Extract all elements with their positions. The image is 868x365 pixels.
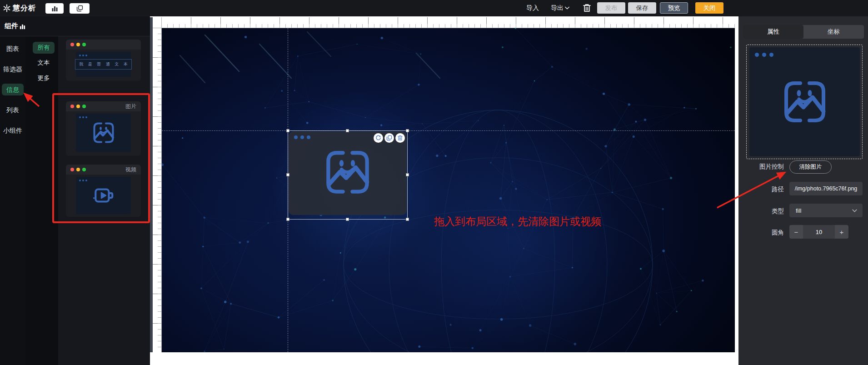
image-preview-card[interactable]	[749, 47, 860, 156]
refresh-icon	[375, 135, 381, 141]
component-list: 我 是 普 通 文 本 图片	[58, 36, 150, 365]
canvas-background	[162, 28, 735, 352]
widget-duplicate-button[interactable]	[384, 133, 394, 143]
card-label: 视频	[125, 166, 136, 174]
window-dots	[755, 53, 773, 57]
bar-chart-icon	[20, 24, 25, 30]
selected-image-widget[interactable]	[288, 130, 408, 220]
widget-refresh-button[interactable]	[374, 133, 383, 143]
traffic-yellow-dot	[76, 43, 80, 46]
bar-chart-icon	[51, 5, 58, 12]
radius-increase-button[interactable]: +	[835, 225, 848, 239]
card-titlebar: 视频	[66, 165, 141, 175]
trash-icon[interactable]	[583, 3, 591, 13]
widget-delete-button[interactable]	[395, 133, 405, 143]
horizontal-ruler	[162, 17, 735, 28]
resize-handle-w[interactable]	[286, 173, 289, 176]
video-player-icon	[91, 184, 116, 207]
subcategory-text[interactable]: 文本	[33, 58, 55, 67]
traffic-green-dot	[82, 168, 86, 171]
copy-icon	[386, 135, 392, 141]
tab-coordinates[interactable]: 坐标	[803, 25, 864, 39]
chevron-down-icon	[852, 209, 857, 212]
resize-handle-n[interactable]	[346, 129, 349, 132]
type-select-value: fill	[796, 207, 801, 214]
type-select[interactable]: fill	[789, 204, 863, 217]
duplicate-page-button[interactable]	[70, 3, 90, 14]
resize-handle-nw[interactable]	[286, 129, 289, 132]
window-dots	[79, 116, 87, 118]
category-nav: 图表 筛选器 信息 列表 小组件	[0, 36, 25, 365]
widget-toolbar	[374, 133, 405, 143]
resize-handle-sw[interactable]	[286, 218, 289, 221]
subcategory-all-active[interactable]: 所有	[33, 42, 55, 54]
traffic-red-dot	[70, 43, 74, 46]
path-input[interactable]	[789, 182, 863, 195]
resize-handle-se[interactable]	[406, 218, 409, 221]
component-card-video[interactable]: 视频	[66, 165, 141, 217]
save-button[interactable]: 保存	[628, 2, 656, 14]
image-control-label: 图片控制	[738, 163, 784, 171]
chart-mode-button[interactable]	[45, 3, 64, 14]
design-canvas[interactable]: 拖入到布局区域，先清除图片或视频	[162, 28, 735, 352]
category-info-active[interactable]: 信息	[2, 84, 24, 95]
category-list[interactable]: 列表	[0, 105, 25, 115]
component-panel-header: 组件	[0, 16, 150, 36]
component-panel: 组件 图表 筛选器 信息 列表 小组件 所有 文本 更多	[0, 16, 150, 365]
close-button[interactable]: 关闭	[695, 2, 723, 14]
import-button[interactable]: 导入	[526, 4, 539, 12]
chevron-down-icon[interactable]	[565, 6, 569, 10]
resize-handle-ne[interactable]	[406, 129, 409, 132]
annotation-text: 拖入到布局区域，先清除图片或视频	[434, 215, 601, 229]
card-preview	[76, 114, 131, 152]
path-label: 路径	[738, 185, 784, 194]
card-label: 图片	[125, 103, 136, 110]
canvas-area: 拖入到布局区域，先清除图片或视频	[150, 17, 738, 365]
traffic-green-dot	[82, 43, 86, 46]
card-titlebar: 图片	[66, 101, 141, 111]
radius-decrease-button[interactable]: −	[789, 225, 803, 239]
tab-properties[interactable]: 属性	[743, 25, 803, 39]
clear-image-button[interactable]: 清除图片	[789, 160, 832, 174]
image-smiley-icon	[322, 149, 373, 196]
window-dots	[79, 180, 87, 181]
app-logo-icon	[3, 4, 11, 12]
window-dots	[79, 55, 87, 56]
component-card-text[interactable]: 我 是 普 通 文 本	[66, 40, 141, 81]
category-filters[interactable]: 筛选器	[0, 65, 25, 74]
subcategory-more[interactable]: 更多	[33, 74, 55, 83]
card-preview	[76, 177, 131, 214]
card-preview: 我 是 普 通 文 本	[76, 52, 131, 77]
publish-button[interactable]: 发布	[597, 2, 625, 14]
resize-handle-s[interactable]	[346, 218, 349, 221]
traffic-yellow-dot	[76, 168, 80, 171]
category-charts[interactable]: 图表	[0, 44, 25, 53]
component-panel-title: 组件	[5, 22, 18, 30]
radius-stepper: − 10 +	[789, 225, 848, 239]
sample-text: 我 是 普 通 文 本	[75, 59, 132, 70]
component-card-image[interactable]: 图片	[66, 101, 141, 156]
preview-button[interactable]: 预览	[660, 2, 688, 14]
inspector-tabs: 属性 坐标	[743, 25, 864, 39]
traffic-yellow-dot	[76, 105, 80, 108]
type-label: 类型	[738, 207, 784, 215]
ruler-corner	[153, 17, 162, 28]
image-widget-card	[289, 131, 407, 215]
category-widgets[interactable]: 小组件	[0, 126, 25, 135]
resize-handle-e[interactable]	[406, 173, 409, 176]
traffic-green-dot	[82, 105, 86, 108]
trash-icon	[398, 135, 403, 141]
radius-value: 10	[803, 225, 835, 239]
card-titlebar	[66, 40, 141, 50]
image-smiley-icon	[782, 75, 828, 129]
export-button[interactable]: 导出	[551, 4, 564, 12]
app-title: 慧分析	[13, 4, 36, 13]
radius-label: 圆角	[738, 229, 784, 237]
image-smiley-icon	[92, 121, 115, 144]
subcategory-nav: 所有 文本 更多	[25, 36, 58, 365]
inspector-panel: 属性 坐标 图片控制 清除图片 路径 类型 fill 圆角 − 10 +	[738, 16, 868, 365]
window-dots	[294, 135, 310, 139]
traffic-red-dot	[70, 168, 74, 171]
traffic-red-dot	[70, 105, 74, 108]
star-streaks	[180, 32, 440, 83]
